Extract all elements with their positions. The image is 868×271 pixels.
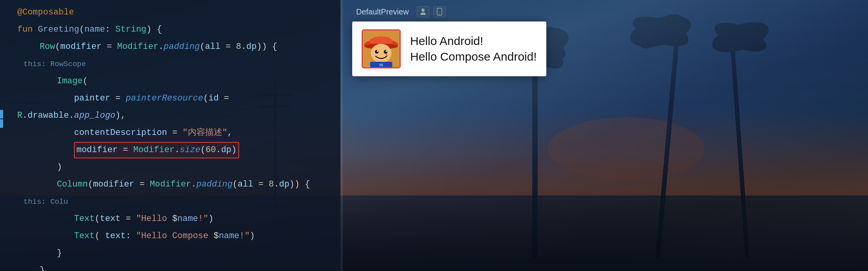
code-line-10: Text(text = "Hello $name!") [17,210,335,228]
preview-label-row: DefaultPreview [356,6,446,17]
code-line-6: contentDescription = "内容描述", [17,124,335,142]
highlighted-line: modifier = Modifier.size(60.dp) [74,142,239,158]
code-line-3: Row(modifier = Modifier.padding(all = 8.… [17,38,335,73]
avatar-image: 56 [362,29,401,68]
phone-icon-btn[interactable] [433,6,446,17]
preview-icons[interactable] [417,6,446,17]
person-icon-btn[interactable] [417,6,429,17]
code-line-8: ) [17,159,335,176]
code-line-11: Text( text: "Hello Compose $name!") [17,228,335,245]
hint-rowscope: this: RowScope [23,56,86,73]
code-line-9: Column(modifier = Modifier.padding(all =… [17,176,335,210]
paren-open: ( [79,25,84,34]
left-gutter [0,0,3,271]
class-column: Column [57,179,88,189]
svg-point-28 [384,50,387,54]
svg-point-26 [371,44,392,63]
param-name: name [85,25,105,34]
class-text-2: Text [74,231,95,241]
preview-text-line-2: Hello Compose Android! [410,50,537,63]
preview-text-line-1: Hello Android! [410,34,537,48]
svg-point-30 [385,50,387,52]
code-line-7: modifier = Modifier.size(60.dp) [17,142,335,159]
class-text-1: Text [74,214,95,224]
svg-point-29 [377,50,378,52]
type-string: String [115,25,146,34]
class-image: Image [57,76,83,86]
code-line-5: painter = painterResource(id = R.drawabl… [17,90,335,124]
code-content: @Composable fun Greeting(name: String) {… [12,0,340,271]
funcname-greeting: Greeting [38,25,79,34]
svg-point-1 [548,117,704,180]
preview-label: DefaultPreview [356,7,409,16]
code-line-4: Image( [17,73,335,90]
svg-point-20 [439,14,440,14]
code-editor: @Composable fun Greeting(name: String) {… [0,0,340,271]
code-line-1: @Composable [17,4,335,21]
annotation-composable: @Composable [17,7,74,17]
code-line-12: } [17,245,335,262]
phone-icon [437,8,442,16]
preview-text-block: Hello Android! Hello Compose Android! [410,34,537,63]
svg-point-27 [375,50,378,54]
person-icon [420,8,426,15]
class-row: Row [40,42,55,52]
svg-point-18 [421,9,425,12]
avatar-svg: 56 [363,31,400,67]
code-line-2: fun Greeting(name: String) { [17,21,335,38]
svg-text:56: 56 [379,63,383,67]
preview-card: 56 Hello Android! Hello Compose Android! [352,22,546,76]
code-line-13: } [17,262,335,271]
editor-divider [340,0,343,271]
hint-colscope: this: Colu [23,193,68,210]
keyword-fun: fun [17,25,38,34]
